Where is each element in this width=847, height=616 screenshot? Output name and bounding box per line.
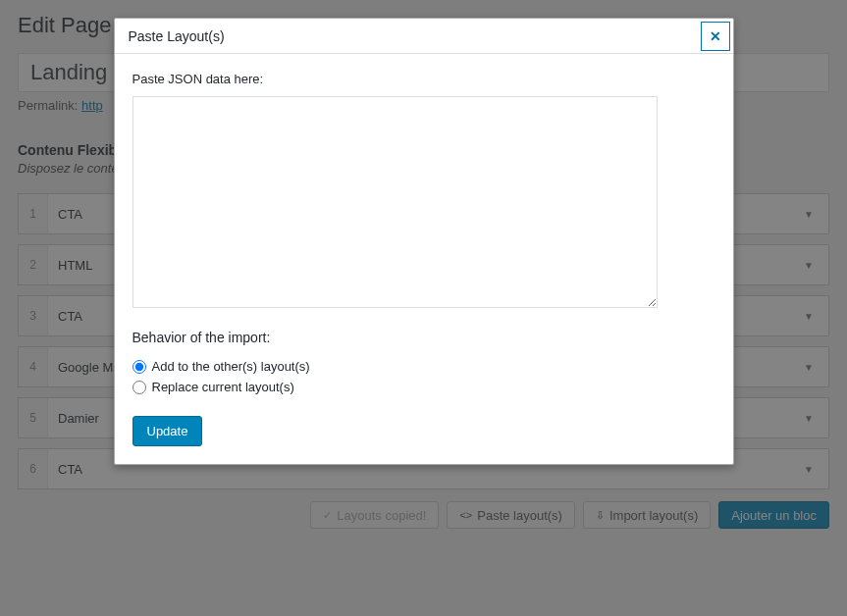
paste-layouts-modal: Paste Layout(s) ✕ Paste JSON data here: …: [114, 18, 734, 465]
radio-replace[interactable]: [132, 381, 146, 394]
modal-body: Paste JSON data here: Behavior of the im…: [115, 54, 733, 464]
modal-overlay: Paste Layout(s) ✕ Paste JSON data here: …: [0, 0, 847, 616]
json-label: Paste JSON data here:: [132, 72, 715, 86]
json-textarea[interactable]: [132, 96, 658, 308]
close-icon: ✕: [710, 28, 721, 44]
behavior-title: Behavior of the import:: [132, 330, 715, 345]
radio-replace-row[interactable]: Replace current layout(s): [132, 380, 715, 394]
radio-add-label: Add to the other(s) layout(s): [152, 359, 310, 374]
modal-header: Paste Layout(s) ✕: [115, 19, 733, 54]
radio-replace-label: Replace current layout(s): [152, 380, 294, 394]
update-button[interactable]: Update: [132, 416, 203, 446]
radio-add[interactable]: [132, 360, 146, 374]
modal-title: Paste Layout(s): [129, 28, 225, 44]
radio-add-row[interactable]: Add to the other(s) layout(s): [132, 359, 715, 374]
modal-close-button[interactable]: ✕: [701, 22, 730, 51]
